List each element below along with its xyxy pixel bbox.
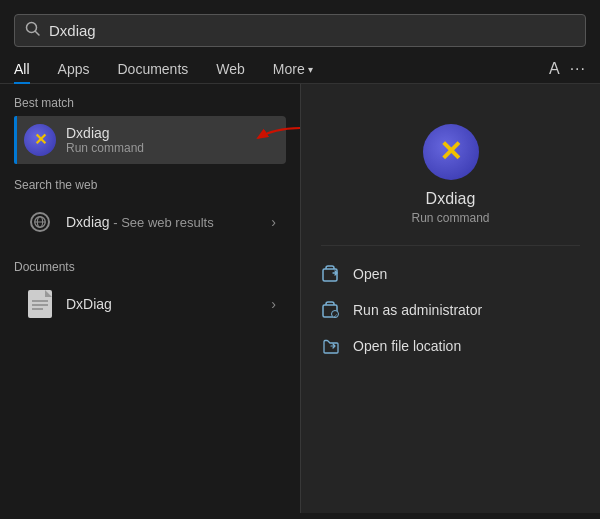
font-size-icon[interactable]: A [549,60,560,78]
document-chevron: › [271,296,276,312]
best-match-text: Dxdiag Run command [66,125,276,155]
document-title: DxDiag [66,296,261,312]
left-panel: Best match ✕ Dxdiag Run command [0,84,300,513]
tab-apps[interactable]: Apps [44,55,104,83]
right-panel-top: ✕ Dxdiag Run command [321,104,580,246]
tab-more[interactable]: More ▾ [259,55,327,83]
dxdiag-app-icon: ✕ [24,124,56,156]
action-run-admin-label: Run as administrator [353,302,482,318]
documents-label: Documents [14,260,286,274]
action-open[interactable]: Open [321,262,580,286]
tab-all[interactable]: All [14,55,44,83]
best-match-label: Best match [14,96,286,110]
search-web-section: Search the web Dxdiag - See web results [14,178,286,246]
chevron-down-icon: ▾ [308,64,313,75]
run-admin-icon: ✓ [321,300,341,320]
document-item[interactable]: DxDiag › [14,280,286,328]
best-match-subtitle: Run command [66,141,276,155]
search-icon [25,21,41,40]
document-icon [24,288,56,320]
open-icon [321,264,341,284]
search-web-query: Dxdiag - See web results [66,214,261,230]
tabs-row: All Apps Documents Web More ▾ A ··· [0,47,600,84]
search-input[interactable] [49,22,575,39]
search-bar [14,14,586,47]
right-panel: ✕ Dxdiag Run command Open [301,84,600,513]
search-web-icon-wrap [24,206,56,238]
action-open-label: Open [353,266,387,282]
svg-text:✓: ✓ [333,313,338,319]
action-run-admin[interactable]: ✓ Run as administrator [321,298,580,322]
right-panel-subtitle: Run command [411,211,489,225]
dxdiag-large-icon: ✕ [423,124,479,180]
tabs-right: A ··· [549,60,586,78]
search-web-item[interactable]: Dxdiag - See web results › [14,198,286,246]
search-web-label: Search the web [14,178,286,192]
search-web-text: Dxdiag - See web results [66,214,261,230]
tab-documents[interactable]: Documents [103,55,202,83]
action-open-location[interactable]: Open file location [321,334,580,358]
right-panel-actions: Open ✓ Run as administrator [321,246,580,358]
svg-line-1 [36,32,40,36]
best-match-item[interactable]: ✕ Dxdiag Run command [14,116,286,164]
selected-bar [14,116,17,164]
document-text: DxDiag [66,296,261,312]
main-content: Best match ✕ Dxdiag Run command [0,84,600,513]
more-options-icon[interactable]: ··· [570,60,586,78]
best-match-title: Dxdiag [66,125,276,141]
search-web-chevron: › [271,214,276,230]
action-open-location-label: Open file location [353,338,461,354]
right-panel-title: Dxdiag [426,190,476,208]
tab-web[interactable]: Web [202,55,259,83]
open-location-icon [321,336,341,356]
documents-section: Documents DxDiag › [14,260,286,328]
